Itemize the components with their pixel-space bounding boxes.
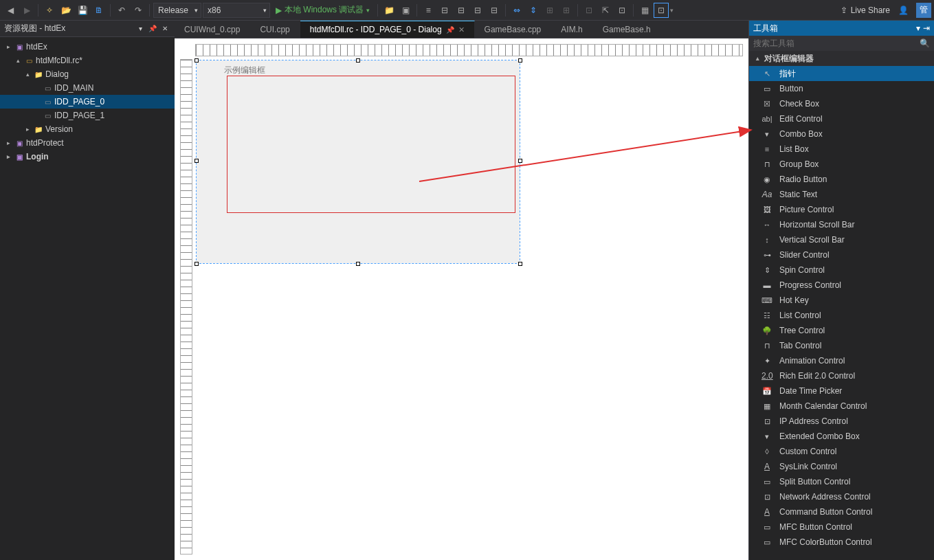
- tool-hscroll[interactable]: ↔Horizontal Scroll Bar: [749, 217, 934, 232]
- tool-slider[interactable]: ⊶Slider Control: [749, 247, 934, 262]
- tree-root-htdex[interactable]: ▸▣htdEx: [0, 40, 175, 54]
- resize-handle[interactable]: [356, 58, 360, 63]
- tool-animation[interactable]: ✦Animation Control: [749, 353, 934, 368]
- tool-button[interactable]: ▭Button: [749, 81, 934, 96]
- tool-edit[interactable]: ab|Edit Control: [749, 111, 934, 126]
- toolbar-btn-2[interactable]: ▣: [398, 3, 413, 18]
- save-all-icon[interactable]: 🗎: [91, 3, 107, 18]
- grid-icon[interactable]: ▦: [637, 3, 652, 18]
- tool-listbox[interactable]: ≡List Box: [749, 142, 934, 157]
- tool-datetime[interactable]: 📅Date Time Picker: [749, 383, 934, 399]
- undo-icon[interactable]: ↶: [114, 3, 129, 18]
- resize-handle[interactable]: [194, 262, 199, 266]
- tool-mfcbtn[interactable]: ▭MFC Button Control: [749, 519, 934, 535]
- open-icon[interactable]: 📂: [58, 3, 74, 18]
- tree-dialog-folder[interactable]: ▴📁Dialog: [0, 67, 175, 81]
- tool-netaddr[interactable]: ⊡Network Address Control: [749, 489, 934, 504]
- toolbox-search-input[interactable]: [753, 38, 920, 48]
- nav-fwd-icon[interactable]: ▶: [19, 3, 34, 18]
- tree-htdprotect[interactable]: ▸▣htdProtect: [0, 136, 175, 150]
- tool-richedit[interactable]: 2.0Rich Edit 2.0 Control: [749, 368, 934, 383]
- tool-treectrl[interactable]: 🌳Tree Control: [749, 323, 934, 338]
- tab-gamebase-h[interactable]: GameBase.h: [593, 21, 661, 38]
- align-btn-3[interactable]: ⊟: [470, 3, 485, 18]
- tool-listctrl[interactable]: ☷List Control: [749, 308, 934, 323]
- tab-gamebase-cpp[interactable]: GameBase.cpp: [475, 21, 552, 38]
- align-left-icon[interactable]: ≡: [421, 3, 436, 18]
- align-btn-1[interactable]: ⊟: [437, 3, 452, 18]
- tool-checkbox[interactable]: ☒Check Box: [749, 96, 934, 111]
- tool-radio[interactable]: ◉Radio Button: [749, 172, 934, 187]
- save-icon[interactable]: 💾: [75, 3, 90, 18]
- tab-cui[interactable]: CUI.cpp: [250, 21, 300, 38]
- layout-btn-2[interactable]: ⊞: [559, 3, 574, 18]
- edit-control[interactable]: [227, 76, 515, 213]
- tool-cmdbtn[interactable]: ACommand Button Control: [749, 504, 934, 519]
- align-btn-4[interactable]: ⊟: [487, 3, 502, 18]
- layout-btn-5[interactable]: ⊡: [614, 3, 630, 18]
- panel-dropdown-icon[interactable]: ▾: [916, 23, 920, 33]
- tool-picture[interactable]: 🖼Picture Control: [749, 202, 934, 217]
- toolbar-btn-1[interactable]: 📁: [381, 3, 397, 18]
- resize-handle[interactable]: [356, 262, 360, 266]
- layout-btn-4[interactable]: ⇱: [598, 3, 613, 18]
- nav-back-icon[interactable]: ◀: [3, 3, 18, 18]
- redo-icon[interactable]: ↷: [131, 3, 146, 18]
- new-item-icon[interactable]: ✧: [42, 3, 57, 18]
- tool-progress[interactable]: ▬Progress Control: [749, 278, 934, 293]
- config-dropdown[interactable]: Release: [153, 3, 201, 18]
- tab-aim-h[interactable]: AIM.h: [551, 21, 592, 38]
- start-debug-button[interactable]: 本地 Windows 调试器 ▾: [271, 3, 374, 18]
- panel-pin-icon[interactable]: 📌: [147, 23, 158, 34]
- tool-combo[interactable]: ▾Combo Box: [749, 126, 934, 142]
- dialog-designer-canvas[interactable]: 示例编辑框: [175, 38, 748, 560]
- live-share-button[interactable]: ⇪ Live Share: [841, 5, 890, 15]
- panel-dropdown-icon[interactable]: ▾: [135, 23, 146, 34]
- tool-hotkey[interactable]: ⌨Hot Key: [749, 293, 934, 308]
- resize-handle[interactable]: [194, 159, 199, 163]
- tool-groupbox[interactable]: ⊓Group Box: [749, 157, 934, 172]
- tool-monthcal[interactable]: ▦Month Calendar Control: [749, 399, 934, 414]
- vertical-ruler: [180, 59, 192, 555]
- toolbox-category[interactable]: ▴对话框编辑器: [749, 51, 934, 66]
- spacing-v-icon[interactable]: ⇕: [526, 3, 541, 18]
- resize-handle[interactable]: [194, 58, 199, 63]
- manage-icon[interactable]: 管: [916, 3, 931, 18]
- resize-handle[interactable]: [518, 159, 522, 163]
- tool-tabctrl[interactable]: ⊓Tab Control: [749, 338, 934, 353]
- resize-handle[interactable]: [518, 262, 522, 266]
- tool-vscroll[interactable]: ↕Vertical Scroll Bar: [749, 232, 934, 247]
- layout-btn-3[interactable]: ⊡: [581, 3, 597, 18]
- tree-idd-page-1[interactable]: ▭IDD_PAGE_1: [0, 109, 175, 122]
- tool-custom[interactable]: ◊Custom Control: [749, 444, 934, 459]
- tree-version-folder[interactable]: ▸📁Version: [0, 122, 175, 136]
- toolbox-search[interactable]: 🔍: [749, 36, 934, 51]
- tool-splitbtn[interactable]: ▭Split Button Control: [749, 474, 934, 489]
- layout-btn-1[interactable]: ⊞: [542, 3, 557, 18]
- tool-syslink[interactable]: ASysLink Control: [749, 459, 934, 474]
- tool-mfccolor[interactable]: ▭MFC ColorButton Control: [749, 535, 934, 550]
- panel-pin-icon[interactable]: ⇥: [923, 23, 930, 33]
- align-btn-2[interactable]: ⊟: [454, 3, 469, 18]
- close-icon[interactable]: ✕: [458, 25, 465, 34]
- tree-rc-file[interactable]: ▴▭htdMfcDll.rc*: [0, 54, 175, 67]
- tool-ipaddr[interactable]: ⊡IP Address Control: [749, 414, 934, 429]
- panel-close-icon[interactable]: ✕: [159, 23, 170, 34]
- spacing-h-icon[interactable]: ⇔: [509, 3, 524, 18]
- tool-static[interactable]: AaStatic Text: [749, 187, 934, 202]
- tree-login[interactable]: ▸▣Login: [0, 150, 175, 164]
- tree-idd-page-0[interactable]: ▭IDD_PAGE_0: [0, 95, 175, 109]
- richedit-icon: 2.0: [761, 371, 772, 381]
- platform-dropdown[interactable]: x86: [203, 3, 270, 18]
- dialog-surface[interactable]: 示例编辑框: [197, 60, 520, 263]
- tool-spin[interactable]: ⇕Spin Control: [749, 262, 934, 278]
- tree-idd-main[interactable]: ▭IDD_MAIN: [0, 81, 175, 95]
- guides-icon[interactable]: ⊡: [654, 3, 669, 18]
- tab-cuiwnd0[interactable]: CUIWnd_0.cpp: [175, 21, 250, 38]
- user-icon[interactable]: 👤: [896, 3, 911, 18]
- resize-handle[interactable]: [518, 58, 522, 63]
- tool-pointer[interactable]: ↖指针: [749, 66, 934, 81]
- pin-icon[interactable]: 📌: [446, 26, 454, 34]
- tool-extcombo[interactable]: ▾Extended Combo Box: [749, 429, 934, 444]
- tab-dialog-designer[interactable]: htdMfcDll.rc - IDD_PAGE_0 - Dialog📌✕: [300, 21, 475, 38]
